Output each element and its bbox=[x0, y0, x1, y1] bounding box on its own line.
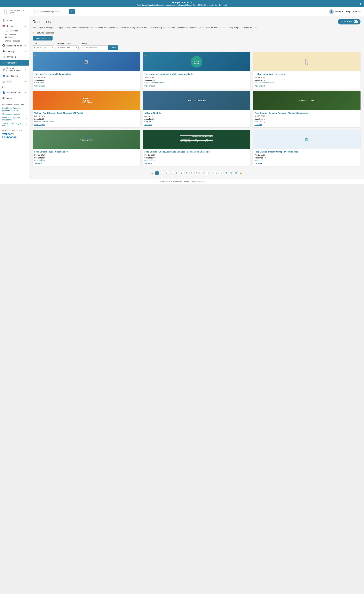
pagination-page-3[interactable]: 3 bbox=[165, 171, 169, 175]
pagination-page-16[interactable]: 16 bbox=[229, 171, 233, 175]
share-resource-button[interactable]: Share a Resource bbox=[32, 36, 52, 40]
help-link[interactable]: Help bbox=[346, 11, 351, 13]
sidebar-item-covid[interactable]: 📋 COVID-19 bbox=[0, 54, 29, 60]
sidebar-item-board-members[interactable]: 👤 Board Members ▼ bbox=[0, 90, 29, 95]
pagination-page-11[interactable]: 11 bbox=[204, 171, 209, 175]
card-2-title[interactable]: The Hunger Action Month Toolkit is Now A… bbox=[144, 73, 249, 76]
user-area[interactable]: 👤 Jessica ▾ bbox=[329, 9, 343, 14]
walmart-card-text: FIGHT HUNGER SPARK CHANGE bbox=[79, 96, 93, 105]
card-8-action-link[interactable]: Translate bbox=[144, 162, 152, 164]
pagination-page-8[interactable]: 8 bbox=[189, 171, 194, 175]
card-9-action-link[interactable]: Translate bbox=[254, 162, 262, 164]
search-group: Search Search bbox=[81, 43, 118, 50]
pagination-page-10[interactable]: 10 bbox=[199, 171, 204, 175]
card-5-author[interactable]: Cory Sellar bbox=[144, 121, 249, 122]
covid-icon: 📋 bbox=[2, 56, 5, 58]
card-6-title[interactable]: Feed Ontario - Delegate Package - Member… bbox=[254, 112, 359, 114]
card-5-title[interactable]: A Day In The Life bbox=[144, 112, 249, 114]
footer-text: © Copyright 2018 Food Banks Canada. All … bbox=[159, 181, 205, 183]
lang-link[interactable]: Français bbox=[353, 11, 361, 13]
card-9-body: Feed Ontario Interactive Map - Press Rel… bbox=[253, 149, 360, 166]
pagination-page-4[interactable]: 4 bbox=[170, 171, 174, 175]
sidebar-item-network-comms[interactable]: 🔗 Network Communications ▼ bbox=[0, 66, 29, 73]
resource-search-input[interactable] bbox=[81, 46, 108, 50]
sidebar-subitem-fbc[interactable]: FBC Resources bbox=[5, 29, 29, 33]
pagination-page-12[interactable]: 12 bbox=[209, 171, 214, 175]
resources-description: Whether you're looking to start a garden… bbox=[32, 26, 360, 29]
card-3-author[interactable]: Food Banks Administrator bbox=[254, 82, 359, 84]
ext-link-grant-portal[interactable]: Food Banks Canada's Online Grant Portal … bbox=[0, 106, 29, 112]
footer: © Copyright 2018 Food Banks Canada. All … bbox=[0, 179, 364, 184]
banner-close-button[interactable]: ▲ bbox=[359, 2, 362, 5]
pagination-page-15[interactable]: 15 bbox=[224, 171, 228, 175]
ext-link-safe-food[interactable]: Safe Food Handling E-learning ↗ bbox=[0, 122, 29, 128]
card-5-image: A DAY IN THE LIFE bbox=[143, 91, 251, 110]
card-5-submitted: Submitted by bbox=[144, 118, 249, 120]
card-1-title[interactable]: The 2019 Election Toolkit is Available! bbox=[34, 73, 139, 76]
card-6-author[interactable]: Amanda King bbox=[254, 121, 359, 122]
card-1-author[interactable]: Cyrille Antonio bbox=[34, 82, 139, 84]
card-4-title[interactable]: Walmart Fight Hunger. Spark Change. 2020… bbox=[34, 112, 139, 114]
sidebar-item-test[interactable]: test ▼ bbox=[0, 84, 29, 90]
card-7-author[interactable]: Amanda King bbox=[34, 159, 139, 161]
pagination-prev[interactable]: ◀ bbox=[150, 171, 154, 175]
message-boards-arrow-icon: ▼ bbox=[25, 45, 27, 47]
sidebar-label-news: News bbox=[6, 81, 12, 83]
card-7-action-link[interactable]: Translate bbox=[34, 162, 42, 164]
featured-bar: ★ Featured Resources bbox=[32, 32, 360, 34]
featured-star-icon: ★ bbox=[32, 32, 35, 34]
pagination-page-1[interactable]: 1 bbox=[155, 171, 159, 175]
sidebar-item-news[interactable]: 📰 News ▼ bbox=[0, 79, 29, 84]
card-7-title[interactable]: Feed Ontario - 2019 Hunger Report bbox=[34, 150, 139, 153]
sidebar-item-resources[interactable]: 📚 Resources ▲ bbox=[0, 23, 29, 29]
social-table: Current SystemProposed System Hours Work… bbox=[180, 135, 213, 143]
resource-search-button[interactable]: Search bbox=[108, 46, 118, 50]
sidebar-label-test: test bbox=[2, 86, 6, 88]
topic-filter-select[interactable]: Select a Topic bbox=[32, 46, 54, 50]
sidebar-item-message-boards[interactable]: 💬 Message Boards ▼ bbox=[0, 43, 29, 48]
pagination-page-2[interactable]: 2 bbox=[160, 171, 164, 175]
ext-link-retail-dashboard[interactable]: Retail Food Program Dashboard ↗ bbox=[0, 116, 29, 122]
resource-card-8: Current SystemProposed System Hours Work… bbox=[143, 130, 251, 166]
card-3-title[interactable]: Loblaw Spring Food Drive 2020 bbox=[254, 73, 359, 76]
pagination-page-7[interactable]: 7 bbox=[184, 171, 189, 175]
header-search-button[interactable]: 🔍 bbox=[69, 9, 75, 14]
card-9-title[interactable]: Feed Ontario Interactive Map - Press Rel… bbox=[254, 150, 359, 153]
sidebar-item-contact[interactable]: Contact Us bbox=[0, 95, 29, 101]
pagination-next[interactable]: ▶ bbox=[239, 171, 243, 175]
hunger-circle: HUNGERACTIONMONTH! bbox=[191, 56, 202, 68]
sidebar-item-user-directory[interactable]: 👥 User Directory bbox=[0, 73, 29, 79]
card-8-image: Current SystemProposed System Hours Work… bbox=[143, 130, 251, 149]
how-it-works-button[interactable]: How it Works ▶▌ bbox=[338, 19, 360, 25]
card-1-action-link[interactable]: View Original bbox=[34, 85, 45, 87]
logo-name: Food Banks Canada bbox=[9, 9, 25, 12]
card-6-action-link[interactable]: Translate bbox=[254, 124, 262, 126]
pagination-page-14[interactable]: 14 bbox=[219, 171, 223, 175]
card-5-action-link[interactable]: Translate bbox=[144, 124, 152, 126]
card-4-action-link[interactable]: View Original bbox=[34, 124, 45, 126]
sidebar-label-marketplace: Marketplace bbox=[6, 62, 18, 64]
sidebar-item-marketplace[interactable]: 🛒 Marketplace bbox=[0, 60, 29, 66]
card-1-submitted: Submitted by bbox=[34, 79, 139, 81]
col-header-1 bbox=[180, 136, 191, 138]
sidebar-subitem-conference[interactable]: 2019 National Conference bbox=[5, 33, 29, 39]
card-3-action-link[interactable]: View Original bbox=[254, 85, 265, 87]
card-8-author[interactable]: Amanda King bbox=[144, 159, 249, 161]
sidebar-subitem-share[interactable]: Share a Resource bbox=[5, 39, 29, 43]
card-2-image: HUNGERACTIONMONTH! bbox=[143, 52, 251, 71]
header-search-input[interactable] bbox=[34, 9, 69, 14]
sidebar-item-home[interactable]: 🏠 Home bbox=[0, 18, 29, 23]
pagination-page-5[interactable]: 5 bbox=[175, 171, 179, 175]
card-8-title[interactable]: Feed Ontario - Social Assistance Changes… bbox=[144, 150, 249, 153]
pagination-page-6[interactable]: 6 bbox=[180, 171, 184, 175]
card-2-action-link[interactable]: View Original bbox=[144, 85, 155, 87]
pagination-page-13[interactable]: 13 bbox=[214, 171, 219, 175]
type-filter-select[interactable]: Select a Type bbox=[57, 46, 78, 50]
banner-link[interactable]: Click here to view the report. bbox=[203, 4, 228, 6]
ext-link-org-website[interactable]: Organization website ↗ bbox=[0, 112, 29, 116]
sidebar-item-learning[interactable]: 🎓 Learning ▼ bbox=[0, 48, 29, 54]
card-2-submitted: Submitted by bbox=[144, 79, 249, 81]
card-9-author[interactable]: Amanda King bbox=[254, 159, 359, 161]
pagination-page-9[interactable]: 9 bbox=[194, 171, 199, 175]
pagination-page-17[interactable]: 17 bbox=[234, 171, 238, 175]
